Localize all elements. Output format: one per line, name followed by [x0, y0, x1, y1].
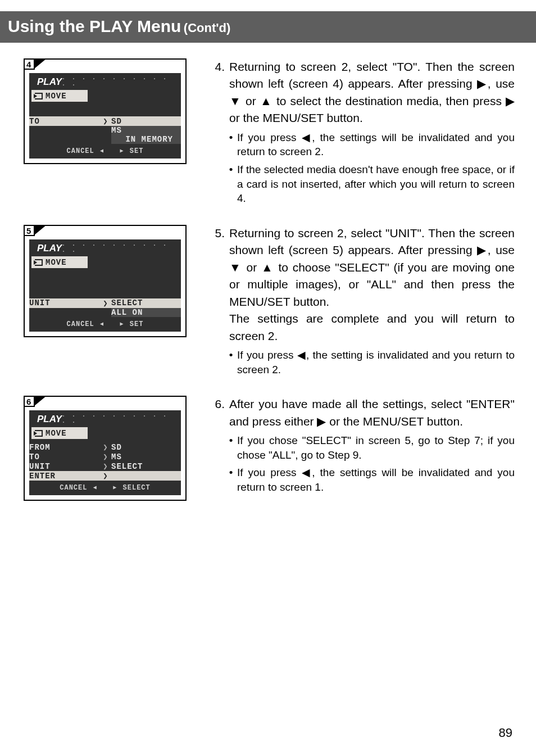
to-value: MS: [111, 452, 181, 461]
option-select: SELECT: [111, 298, 181, 308]
step-5-text: 5. Returning to screen 2, select "UNIT".…: [196, 225, 515, 377]
screen-5-footer: CANCEL ◀ ▶ SET: [29, 317, 181, 332]
step-6-number: 6.: [208, 396, 229, 430]
bullet-icon: •: [225, 130, 237, 159]
screen-6-title: PLAY: [34, 414, 62, 425]
step-6-text: 6. After you have made all the settings,…: [196, 396, 515, 494]
cancel-label: CANCEL: [67, 147, 94, 155]
screen-6-lcd: PLAY · · · · · · · · · · · · · MOVE FROM…: [29, 410, 181, 495]
screen-5: 5 PLAY · · · · · · · · · · · · · MOVE UN…: [24, 225, 187, 337]
screen-5-tab: MOVE: [29, 256, 181, 268]
step-5-body: Returning to screen 2, select "UNIT". Th…: [229, 227, 515, 308]
step-6-row: 6 PLAY · · · · · · · · · · · · · MOVE FR…: [21, 396, 515, 501]
screen-6-wrap: 6 PLAY · · · · · · · · · · · · · MOVE FR…: [21, 396, 196, 501]
page-title-sub: (Cont'd): [184, 21, 230, 35]
bullet-icon: •: [225, 465, 237, 494]
screen-4-table: TO ❯ SD MS IN MEMORY: [29, 116, 181, 144]
bullet-icon: •: [225, 433, 237, 462]
triangle-left-icon: ◀: [99, 321, 105, 327]
move-icon: [35, 430, 43, 437]
cancel-label: CANCEL: [67, 320, 94, 328]
tab-label: MOVE: [46, 92, 67, 101]
screen-4-lcd: PLAY · · · · · · · · · · · · · MOVE TO ❯…: [29, 73, 181, 159]
screen-5-title: PLAY: [34, 243, 62, 254]
screen-4-title: PLAY: [34, 76, 62, 88]
screen-6-header: PLAY · · · · · · · · · · · · ·: [29, 410, 181, 427]
dots-icon: · · · · · · · · · · · · ·: [62, 413, 176, 425]
screen-5-header: PLAY · · · · · · · · · · · · ·: [29, 239, 181, 256]
bullet-icon: •: [225, 162, 237, 206]
select-label: SELECT: [123, 484, 151, 492]
unit-value: SELECT: [111, 461, 181, 471]
step-5-row: 5 PLAY · · · · · · · · · · · · · MOVE UN…: [21, 225, 515, 377]
screen-6: 6 PLAY · · · · · · · · · · · · · MOVE FR…: [24, 396, 187, 501]
triangle-right-icon: ▶: [119, 148, 125, 154]
tab-label: MOVE: [46, 429, 67, 438]
enter-value: [111, 471, 181, 481]
step-6-bullet-1: If you chose "SELECT" in screen 5, go to…: [237, 433, 515, 462]
triangle-left-icon: ◀: [99, 148, 105, 154]
option-allon: ALL ON: [111, 308, 181, 317]
option-ms: MS: [111, 126, 181, 135]
screen-4-tag: 4: [24, 58, 35, 70]
option-sd: SD: [111, 116, 181, 126]
chevron-right-icon: ❯: [100, 471, 111, 481]
from-label: FROM: [29, 442, 100, 452]
to-label: TO: [29, 452, 100, 461]
step-5-body2: The settings are complete and you will r…: [229, 312, 515, 342]
bullet-icon: •: [225, 348, 237, 377]
screen-5-wrap: 5 PLAY · · · · · · · · · · · · · MOVE UN…: [21, 225, 196, 337]
screen-4: 4 PLAY · · · · · · · · · · · · · MOVE TO…: [24, 58, 187, 164]
tab-label: MOVE: [46, 258, 67, 267]
page-number: 89: [499, 726, 512, 740]
screen-5-table: UNIT ❯ SELECT ALL ON: [29, 298, 181, 317]
chevron-right-icon: ❯: [100, 298, 111, 308]
enter-label: ENTER: [29, 471, 100, 481]
page-title-main: Using the PLAY Menu: [8, 17, 181, 35]
chevron-right-icon: ❯: [100, 116, 111, 126]
page-title-bar: Using the PLAY Menu (Cont'd): [0, 11, 536, 43]
step-4-number: 4.: [208, 58, 229, 127]
step-4-text: 4. Returning to screen 2, select "TO". T…: [196, 58, 515, 206]
screen-4-tab: MOVE: [29, 90, 181, 102]
triangle-right-icon: ▶: [119, 321, 125, 327]
to-label: TO: [29, 116, 100, 126]
dots-icon: · · · · · · · · · · · · ·: [62, 76, 176, 88]
screen-6-tab: MOVE: [29, 427, 181, 439]
step-4-bullet-2: If the selected media doesn't have enoug…: [237, 162, 515, 206]
set-label: SET: [130, 147, 144, 155]
screen-5-lcd: PLAY · · · · · · · · · · · · · MOVE UNIT…: [29, 239, 181, 332]
chevron-right-icon: ❯: [100, 442, 111, 452]
move-icon: [35, 93, 43, 99]
screen-6-tag: 6: [24, 396, 35, 407]
triangle-right-icon: ▶: [112, 485, 118, 491]
step-6-body: After you have made all the settings, se…: [229, 396, 515, 430]
step-4-body: Returning to screen 2, select "TO". Then…: [229, 58, 515, 127]
option-inmemory: IN MEMORY: [111, 135, 181, 144]
screen-4-header: PLAY · · · · · · · · · · · · ·: [29, 73, 181, 90]
screen-6-footer: CANCEL ◀ ▶ SELECT: [29, 481, 181, 495]
page: Using the PLAY Menu (Cont'd) 4 PLAY · · …: [0, 0, 536, 756]
triangle-left-icon: ◀: [92, 485, 98, 491]
chevron-right-icon: ❯: [100, 461, 111, 471]
step-6-bullet-2: If you press ◀, the settings will be inv…: [237, 465, 515, 494]
step-4-bullet-1: If you press ◀, the settings will be inv…: [237, 130, 515, 159]
unit-label: UNIT: [29, 461, 100, 471]
move-icon: [35, 259, 43, 266]
from-value: SD: [111, 442, 181, 452]
step-5-bullet-1: If you press ◀, the setting is invalidat…: [237, 348, 515, 377]
dots-icon: · · · · · · · · · · · · ·: [62, 242, 176, 255]
set-label: SET: [130, 320, 144, 328]
cancel-label: CANCEL: [60, 484, 87, 492]
unit-label: UNIT: [29, 298, 100, 308]
screen-5-tag: 5: [24, 225, 35, 236]
step-4-row: 4 PLAY · · · · · · · · · · · · · MOVE TO…: [21, 58, 515, 206]
screen-4-wrap: 4 PLAY · · · · · · · · · · · · · MOVE TO…: [21, 58, 196, 164]
screen-4-footer: CANCEL ◀ ▶ SET: [29, 144, 181, 159]
step-5-number: 5.: [208, 225, 229, 345]
screen-6-table: FROM❯SD TO❯MS UNIT❯SELECT ENTER❯: [29, 442, 181, 481]
chevron-right-icon: ❯: [100, 452, 111, 461]
